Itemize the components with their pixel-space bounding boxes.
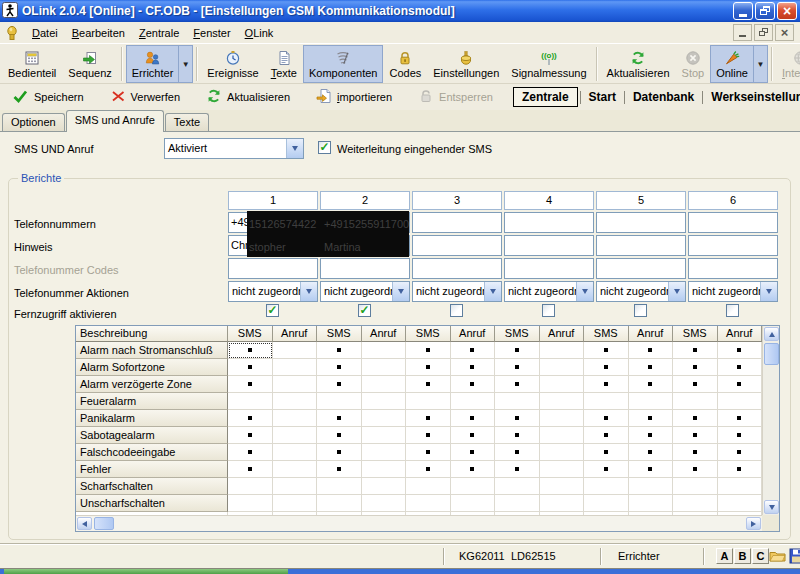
tab-optionen[interactable]: Optionen	[2, 113, 65, 131]
grid-cell[interactable]	[629, 478, 674, 495]
grid-cell[interactable]	[273, 461, 318, 478]
folder-icon[interactable]	[769, 548, 786, 565]
toolbar-button-speichern[interactable]: Speichern	[6, 87, 90, 108]
save-icon[interactable]	[789, 548, 800, 566]
grid-cell[interactable]	[495, 461, 540, 478]
grid-cell[interactable]	[451, 427, 496, 444]
grid-cell[interactable]	[228, 410, 273, 427]
grid-cell[interactable]	[228, 444, 273, 461]
toolbar-button-codes[interactable]: Codes	[383, 45, 427, 83]
grid-cell[interactable]	[451, 495, 496, 512]
telefonummer-code-input-4[interactable]	[504, 258, 594, 279]
grid-cell[interactable]	[406, 359, 451, 376]
grid-cell[interactable]	[718, 342, 763, 359]
grid-cell[interactable]	[317, 427, 362, 444]
grid-cell[interactable]	[451, 461, 496, 478]
chevron-down-icon[interactable]	[576, 282, 593, 301]
grid-cell[interactable]	[362, 461, 407, 478]
grid-cell[interactable]	[495, 427, 540, 444]
grid-cell[interactable]	[540, 342, 585, 359]
chevron-down-icon[interactable]	[484, 282, 501, 301]
grid-cell[interactable]	[228, 495, 273, 512]
hinweis-input-5[interactable]	[596, 235, 686, 256]
grid-cell[interactable]	[584, 342, 629, 359]
view-tab-start[interactable]: Start	[583, 89, 622, 105]
grid-cell[interactable]	[495, 495, 540, 512]
grid-cell[interactable]	[629, 359, 674, 376]
scroll-down-button[interactable]	[764, 500, 779, 514]
telefonnummer-input-5[interactable]	[596, 212, 686, 233]
grid-cell[interactable]	[673, 495, 718, 512]
grid-cell[interactable]	[317, 393, 362, 410]
aktion-dropdown-5[interactable]: nicht zugeordr	[596, 281, 686, 302]
toolbar-button-online[interactable]: Online	[711, 46, 753, 82]
grid-cell[interactable]	[540, 461, 585, 478]
grid-cell[interactable]	[317, 444, 362, 461]
grid-cell[interactable]	[584, 359, 629, 376]
grid-cell[interactable]	[317, 410, 362, 427]
grid-cell[interactable]	[406, 410, 451, 427]
aktion-dropdown-3[interactable]: nicht zugeordr	[412, 281, 502, 302]
fernzugriff-checkbox-5[interactable]	[634, 304, 647, 317]
close-button[interactable]: ×	[777, 2, 797, 20]
hinweis-input-3[interactable]	[412, 235, 502, 256]
grid-cell[interactable]	[584, 427, 629, 444]
chevron-down-icon[interactable]	[392, 282, 409, 301]
chevron-down-icon[interactable]	[668, 282, 685, 301]
grid-cell[interactable]	[584, 478, 629, 495]
grid-cell[interactable]	[495, 376, 540, 393]
grid-cell[interactable]	[362, 342, 407, 359]
grid-cell[interactable]	[673, 427, 718, 444]
tab-texte[interactable]: Texte	[165, 113, 209, 131]
grid-cell[interactable]	[362, 376, 407, 393]
fernzugriff-checkbox-6[interactable]	[726, 304, 739, 317]
telefonnummer-input-4[interactable]	[504, 212, 594, 233]
grid-cell[interactable]	[406, 495, 451, 512]
telefonummer-code-input-5[interactable]	[596, 258, 686, 279]
toolbar-button-stop[interactable]: Stop	[676, 45, 711, 83]
menu-fenster[interactable]: Fenster	[186, 25, 237, 41]
toolbar-button-errichter[interactable]: Errichter	[127, 46, 179, 82]
menu-bearbeiten[interactable]: Bearbeiten	[65, 25, 132, 41]
toolbar-button-verwerfen[interactable]: Verwerfen	[104, 87, 187, 107]
menu-olink[interactable]: OLink	[238, 25, 281, 41]
horizontal-scrollbar[interactable]	[76, 515, 762, 531]
grid-cell[interactable]	[629, 444, 674, 461]
grid-cell[interactable]	[673, 393, 718, 410]
grid-cell[interactable]	[406, 427, 451, 444]
sms-anruf-dropdown[interactable]: Aktiviert	[164, 138, 304, 159]
grid-cell[interactable]	[673, 461, 718, 478]
chevron-down-icon[interactable]	[760, 282, 777, 301]
grid-cell[interactable]	[273, 359, 318, 376]
fernzugriff-checkbox-1[interactable]: ✓	[266, 304, 279, 317]
grid-cell[interactable]	[718, 410, 763, 427]
grid-cell[interactable]	[362, 495, 407, 512]
minimize-button[interactable]	[733, 2, 753, 20]
grid-cell[interactable]	[495, 393, 540, 410]
grid-cell[interactable]	[228, 427, 273, 444]
grid-cell[interactable]	[718, 478, 763, 495]
grid-cell[interactable]	[228, 376, 273, 393]
chevron-down-icon[interactable]: ▼	[178, 46, 192, 82]
grid-cell[interactable]	[451, 478, 496, 495]
toolbar-button-sequenz[interactable]: Sequenz	[62, 45, 117, 83]
grid-cell[interactable]	[495, 478, 540, 495]
grid-cell[interactable]	[540, 478, 585, 495]
grid-cell[interactable]	[362, 410, 407, 427]
horizontal-scroll-thumb[interactable]	[94, 517, 114, 530]
grid-cell[interactable]	[451, 359, 496, 376]
toolbar-button-signalmessung[interactable]: ((o))Signalmessung	[505, 45, 592, 83]
grid-cell[interactable]	[362, 444, 407, 461]
child-close-button[interactable]: ×	[775, 24, 794, 41]
grid-cell[interactable]	[718, 359, 763, 376]
hinweis-input-6[interactable]	[688, 235, 778, 256]
grid-cell[interactable]	[406, 393, 451, 410]
grid-cell[interactable]	[584, 410, 629, 427]
toolbar-button-komponenten[interactable]: Komponenten	[303, 45, 384, 83]
grid-cell[interactable]	[584, 495, 629, 512]
statusbar-button-a[interactable]: A	[716, 548, 733, 564]
grid-cell[interactable]	[273, 478, 318, 495]
forwarding-checkbox[interactable]: ✓	[318, 141, 331, 154]
child-restore-button[interactable]	[754, 24, 773, 41]
grid-cell[interactable]	[629, 376, 674, 393]
